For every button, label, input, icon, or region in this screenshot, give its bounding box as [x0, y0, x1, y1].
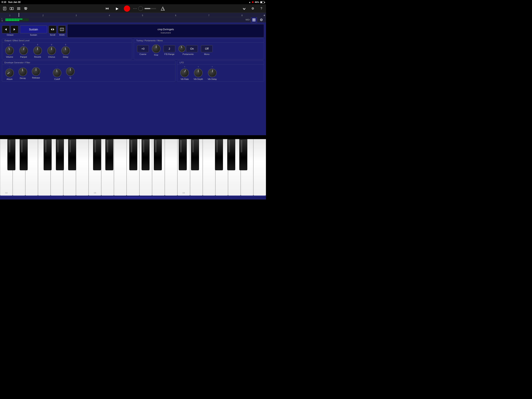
black-key-cs6[interactable] — [179, 139, 187, 170]
black-key-cs4[interactable] — [7, 139, 15, 170]
rewind-button[interactable]: ⏮ — [104, 5, 111, 12]
panpot-knob[interactable] — [19, 46, 28, 55]
black-key-fs4[interactable] — [44, 139, 52, 170]
new-document-button[interactable] — [1, 6, 8, 12]
meter-l-label: L — [1, 18, 5, 20]
width-label: Width — [59, 34, 65, 36]
status-left: 0:10 Sun Jan 30 — [1, 1, 20, 4]
lfo-section-header: LFO — [177, 61, 264, 64]
delay-knob[interactable] — [61, 46, 70, 55]
portamento-knob[interactable] — [178, 45, 185, 52]
decay-knob[interactable] — [19, 68, 27, 76]
vibrate-knob[interactable] — [180, 69, 189, 77]
white-key-b4[interactable] — [76, 139, 89, 196]
tuning-section-content: +0 Coarse Fine 2 P.B.Range — [134, 42, 264, 58]
coarse-button[interactable]: +0 — [137, 45, 149, 52]
delay-knob-group: 0 Delay — [61, 44, 70, 58]
release-knob[interactable] — [32, 67, 40, 76]
black-key-gs4[interactable] — [56, 139, 64, 170]
metronome-button[interactable] — [159, 5, 166, 12]
battery-icon — [260, 1, 265, 3]
black-key-ds4[interactable] — [20, 139, 28, 170]
white-key-b5[interactable] — [165, 139, 177, 196]
tracks-button[interactable] — [16, 6, 22, 12]
black-key-gs5[interactable] — [142, 139, 150, 170]
timeline-marker-8: 8 — [241, 14, 243, 17]
lfo-section-content: + Vib Rate + Vib Depth — [177, 64, 264, 81]
play-button[interactable]: ▶ — [114, 5, 121, 12]
piano-keys-container: C4 C5 C6 — [0, 139, 266, 196]
toolbar: ⏮ ▶ ⚙ ? — [0, 4, 266, 13]
windows-button[interactable] — [9, 6, 15, 12]
fine-knob[interactable] — [152, 45, 160, 53]
black-key-ds5[interactable] — [105, 139, 113, 170]
metronome-area — [133, 6, 156, 11]
settings-button[interactable]: ⚙ — [250, 6, 256, 12]
mono-label: Mono — [204, 53, 209, 55]
pbrange-button[interactable]: 2 — [164, 45, 175, 52]
tuning-section: Tuning / Portamento / Mono +0 Coarse Fin… — [134, 39, 264, 59]
vibdepth-knob-group: + Vib Depth — [194, 66, 203, 80]
q-knob-group: Q — [66, 67, 75, 79]
eq-dots — [133, 8, 137, 9]
white-key-e6[interactable] — [203, 139, 215, 196]
timeline-add-button[interactable]: + — [263, 14, 265, 17]
instrument-box[interactable]: cmp:DxAngels Instrument — [67, 24, 264, 37]
portamento-button[interactable]: On — [186, 45, 198, 52]
white-key-e5[interactable] — [114, 139, 127, 196]
octave-up-button[interactable] — [11, 26, 18, 33]
scroll-button[interactable] — [49, 26, 57, 33]
timeline-marker-4: 4 — [109, 14, 110, 17]
chorus-knob[interactable] — [47, 46, 56, 55]
svg-marker-12 — [161, 7, 165, 10]
meter-r-track — [6, 20, 245, 21]
timeline-marker-5: 5 — [142, 14, 143, 17]
black-key-as5[interactable] — [154, 139, 162, 170]
level-circle — [138, 6, 143, 11]
mono-button[interactable]: Off — [201, 45, 213, 52]
width-button[interactable] — [58, 26, 66, 33]
sustain-button[interactable]: Sustain — [20, 26, 47, 33]
level-meters: L R — [0, 17, 266, 23]
octave-down-button[interactable] — [2, 26, 10, 33]
black-key-cs5[interactable] — [93, 139, 101, 170]
panel-settings-button[interactable]: ⚙ — [258, 17, 265, 23]
svg-rect-14 — [253, 19, 254, 20]
pbrange-label: P.B.Range — [164, 53, 174, 55]
cutoff-knob-group: - Cutoff — [53, 66, 61, 80]
decay-knob-group: Decay — [19, 67, 27, 79]
cutoff-knob[interactable] — [53, 69, 61, 77]
meter-l-track — [6, 19, 245, 20]
record-button[interactable] — [124, 6, 130, 12]
keyboard-controls: Octave Sustain Sustain Scroll — [2, 24, 264, 38]
vibdelay-knob-group: + Vib Delay — [208, 66, 217, 80]
toolbar-left-group — [1, 6, 29, 12]
grid-view-button[interactable] — [251, 17, 257, 23]
vibdepth-knob[interactable] — [194, 69, 203, 77]
volume-knob-group: 0 Volume — [5, 44, 14, 58]
timeline-playhead — [19, 13, 19, 17]
white-key-b6[interactable] — [253, 139, 266, 196]
timeline-marker-2: 2 — [43, 14, 44, 17]
timeline-marker-3: 3 — [76, 14, 77, 17]
coarse-label: Coarse — [139, 53, 146, 55]
black-key-fs5[interactable] — [129, 139, 137, 170]
black-key-gs6[interactable] — [227, 139, 235, 170]
black-key-ds6[interactable] — [191, 139, 199, 170]
svg-marker-21 — [53, 28, 54, 31]
vibdelay-knob[interactable] — [208, 69, 216, 77]
black-key-as4[interactable] — [68, 139, 76, 170]
volume-knob[interactable] — [5, 46, 14, 55]
envelope-section-header: Envelope Generator / Filter — [2, 61, 175, 64]
synth-area: Octave Sustain Sustain Scroll — [0, 23, 266, 135]
width-control-group: Width — [58, 26, 66, 36]
reverb-knob[interactable] — [33, 46, 42, 55]
q-knob[interactable] — [66, 67, 75, 76]
minimize-button[interactable] — [241, 6, 247, 12]
attack-knob[interactable] — [5, 69, 14, 77]
midi-label: MIDI — [246, 19, 250, 21]
help-button[interactable]: ? — [258, 6, 265, 12]
mixer-button[interactable] — [23, 6, 29, 12]
black-key-as6[interactable] — [239, 139, 247, 170]
black-key-fs6[interactable] — [215, 139, 223, 170]
